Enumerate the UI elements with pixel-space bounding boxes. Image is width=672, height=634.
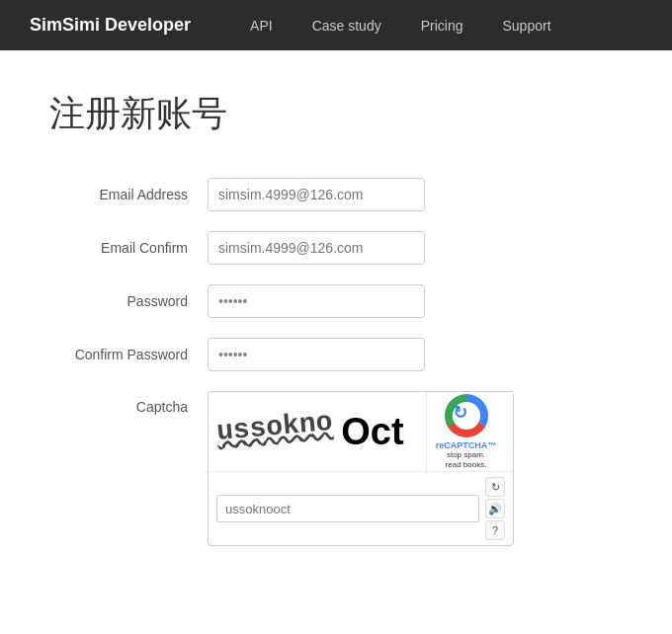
- captcha-text-input[interactable]: [216, 495, 479, 522]
- email-address-input[interactable]: [208, 178, 425, 211]
- captcha-image-area: ussokno Oct ↻ reCAPTCHA™ stop spam.read …: [209, 392, 513, 471]
- recaptcha-tagline: stop spam.read books.: [446, 450, 487, 469]
- email-address-row: Email Address: [49, 178, 623, 211]
- confirm-password-row: Confirm Password: [49, 338, 623, 371]
- nav-case-study[interactable]: Case study: [293, 0, 401, 50]
- navbar-links: API Case study Pricing Support: [230, 0, 570, 50]
- captcha-action-icons: ↻ 🔊 ?: [485, 477, 505, 540]
- navbar: SimSimi Developer API Case study Pricing…: [0, 0, 672, 50]
- registration-form: Email Address Email Confirm Password Con…: [49, 178, 623, 546]
- email-confirm-label: Email Confirm: [49, 240, 208, 256]
- password-input[interactable]: [208, 284, 425, 318]
- captcha-word1: ussokno: [215, 407, 334, 447]
- captcha-audio-button[interactable]: 🔊: [485, 499, 505, 518]
- password-row: Password: [49, 284, 623, 318]
- captcha-bottom: ↻ 🔊 ?: [209, 471, 513, 545]
- recaptcha-logo: ↻: [445, 394, 488, 437]
- captcha-label: Captcha: [49, 391, 208, 415]
- password-label: Password: [49, 293, 208, 309]
- recaptcha-brand: reCAPTCHA™: [436, 440, 497, 450]
- captcha-box: ussokno Oct ↻ reCAPTCHA™ stop spam.read …: [208, 391, 514, 546]
- nav-api[interactable]: API: [230, 0, 293, 50]
- captcha-help-button[interactable]: ?: [485, 520, 505, 540]
- nav-pricing[interactable]: Pricing: [401, 0, 483, 50]
- refresh-icon: ↻: [491, 481, 500, 494]
- confirm-password-label: Confirm Password: [49, 347, 208, 362]
- recaptcha-widget: ↻ reCAPTCHA™ stop spam.read books.: [426, 391, 505, 475]
- help-icon: ?: [492, 524, 498, 536]
- email-confirm-input[interactable]: [208, 231, 425, 265]
- email-address-label: Email Address: [49, 187, 208, 202]
- captcha-row: Captcha ussokno Oct ↻ reCAPT: [49, 391, 623, 546]
- page-title: 注册新账号: [49, 90, 623, 138]
- confirm-password-input[interactable]: [208, 338, 425, 371]
- nav-support[interactable]: Support: [483, 0, 571, 50]
- recaptcha-inner: ↻: [453, 402, 480, 430]
- captcha-word2: Oct: [341, 411, 403, 453]
- main-content: 注册新账号 Email Address Email Confirm Passwo…: [0, 50, 672, 634]
- captcha-refresh-button[interactable]: ↻: [485, 477, 505, 497]
- navbar-brand: SimSimi Developer: [30, 15, 191, 36]
- audio-icon: 🔊: [488, 503, 502, 515]
- captcha-visual: ussokno Oct: [216, 411, 426, 453]
- recaptcha-label: reCAPTCHA™ stop spam.read books.: [436, 440, 497, 470]
- recaptcha-arrows: ↻: [453, 402, 467, 424]
- email-confirm-row: Email Confirm: [49, 231, 623, 265]
